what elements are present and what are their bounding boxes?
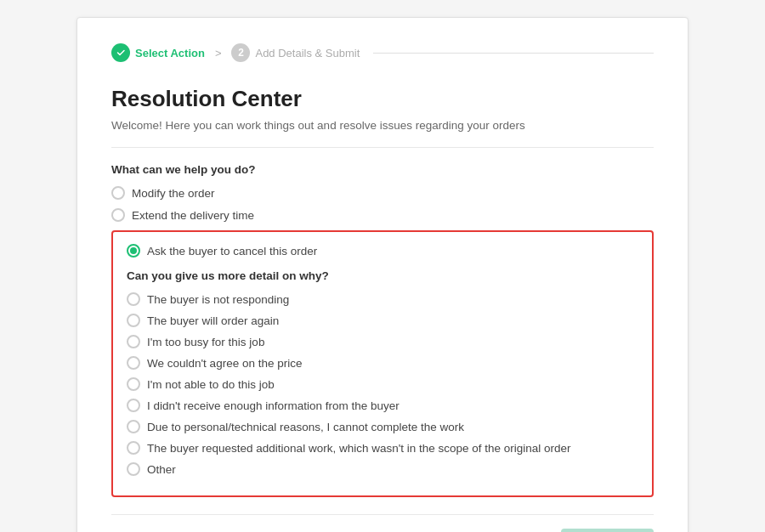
footer: Couldn't find what you need? Contact our… (111, 514, 654, 532)
radio-not-able[interactable] (127, 377, 140, 391)
radio-additional-work[interactable] (127, 441, 140, 455)
sub-option-not-responding[interactable]: The buyer is not responding (127, 292, 638, 306)
sub-option-personal-reasons[interactable]: Due to personal/technical reasons, I can… (127, 420, 638, 433)
option-extend-delivery[interactable]: Extend the delivery time (111, 208, 654, 222)
title-divider (111, 147, 654, 148)
step-2-label: Add Details & Submit (255, 47, 360, 59)
label-personal-reasons: Due to personal/technical reasons, I can… (147, 421, 464, 433)
radio-other[interactable] (127, 462, 140, 476)
sub-option-too-busy[interactable]: I'm too busy for this job (127, 335, 638, 348)
stepper: Select Action > 2 Add Details & Submit (111, 43, 654, 62)
sub-option-not-able[interactable]: I'm not able to do this job (127, 377, 638, 391)
sub-option-no-info[interactable]: I didn't receive enough information from… (127, 399, 638, 412)
sub-option-price[interactable]: We couldn't agree on the price (127, 356, 638, 370)
radio-extend-delivery[interactable] (111, 208, 125, 222)
stepper-line (373, 53, 654, 54)
radio-modify-order[interactable] (111, 186, 125, 200)
sub-question: Can you give us more detail on why? (127, 269, 638, 282)
step-2-circle: 2 (231, 43, 250, 62)
radio-order-again[interactable] (127, 314, 140, 327)
label-additional-work: The buyer requested additional work, whi… (147, 442, 571, 455)
step-1-circle (111, 43, 130, 62)
step-arrow: > (215, 47, 222, 59)
option-cancel-order[interactable]: Ask the buyer to cancel this order (127, 244, 638, 258)
label-not-able: I'm not able to do this job (147, 378, 275, 391)
main-question: What can we help you do? (111, 163, 654, 176)
label-extend-delivery: Extend the delivery time (132, 209, 254, 222)
sub-section: Can you give us more detail on why? The … (127, 269, 638, 476)
sub-option-other[interactable]: Other (127, 462, 638, 476)
label-not-responding: The buyer is not responding (147, 293, 289, 306)
step-1-label: Select Action (135, 47, 205, 59)
radio-price[interactable] (127, 356, 140, 370)
radio-too-busy[interactable] (127, 335, 140, 348)
continue-button[interactable]: Continue (561, 529, 654, 532)
sub-option-order-again[interactable]: The buyer will order again (127, 314, 638, 327)
radio-no-info[interactable] (127, 399, 140, 412)
page-title: Resolution Center (111, 86, 654, 112)
radio-cancel-order[interactable] (127, 244, 140, 258)
label-too-busy: I'm too busy for this job (147, 336, 264, 348)
label-other: Other (147, 463, 176, 476)
step-2: 2 Add Details & Submit (231, 43, 360, 62)
label-no-info: I didn't receive enough information from… (147, 399, 400, 412)
label-modify-order: Modify the order (132, 187, 215, 200)
radio-personal-reasons[interactable] (127, 420, 140, 433)
cancel-option-box: Ask the buyer to cancel this order Can y… (111, 230, 654, 497)
label-price: We couldn't agree on the price (147, 357, 302, 370)
option-modify-order[interactable]: Modify the order (111, 186, 654, 200)
step-1: Select Action (111, 43, 205, 62)
resolution-center-card: Select Action > 2 Add Details & Submit R… (76, 17, 688, 532)
label-cancel-order: Ask the buyer to cancel this order (147, 245, 317, 258)
page-subtitle: Welcome! Here you can work things out an… (111, 119, 654, 132)
label-order-again: The buyer will order again (147, 314, 279, 327)
sub-option-additional-work[interactable]: The buyer requested additional work, whi… (127, 441, 638, 455)
radio-not-responding[interactable] (127, 292, 140, 306)
